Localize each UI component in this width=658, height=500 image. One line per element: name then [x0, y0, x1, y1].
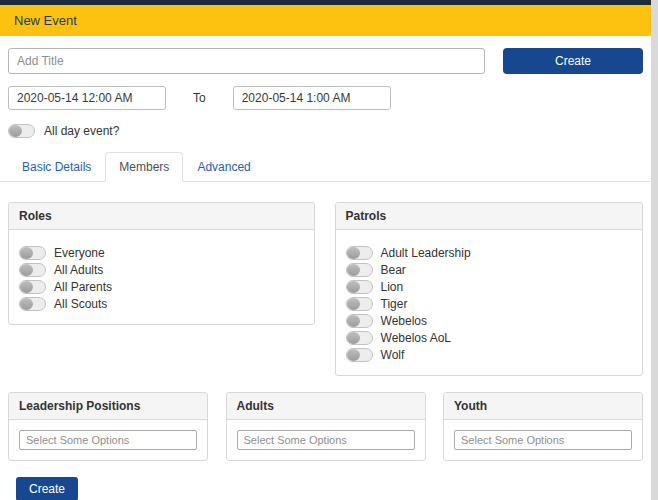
role-label: All Parents: [54, 280, 112, 294]
role-toggle-row[interactable]: All Parents: [19, 280, 304, 294]
patrols-panel: Patrols Adult Leadership: [335, 202, 643, 376]
roles-panel: Roles Everyone: [8, 202, 315, 325]
patrol-label: Lion: [381, 280, 404, 294]
select-panels-row: Leadership Positions Adults Youth: [8, 392, 643, 461]
leadership-positions-body: [9, 420, 207, 460]
toggle-switch[interactable]: [346, 246, 373, 260]
patrol-toggle-row[interactable]: Webelos: [346, 314, 632, 328]
patrol-label: Adult Leadership: [381, 246, 471, 260]
toggle-switch[interactable]: [346, 331, 373, 345]
patrol-toggle-row[interactable]: Wolf: [346, 348, 632, 362]
page-title: New Event: [14, 13, 77, 28]
title-row: Create: [0, 36, 651, 74]
patrol-toggle-row[interactable]: Lion: [346, 280, 632, 294]
roles-panel-title: Roles: [9, 203, 314, 230]
role-label: All Adults: [54, 263, 103, 277]
toggle-switch[interactable]: [19, 297, 46, 311]
all-day-label: All day event?: [44, 124, 119, 138]
adults-body: [227, 420, 425, 460]
toggle-knob-icon: [347, 349, 360, 361]
tab-basic-details[interactable]: Basic Details: [8, 152, 105, 182]
leadership-positions-select[interactable]: [19, 430, 197, 450]
youth-title: Youth: [444, 393, 642, 420]
toggle-switch[interactable]: [346, 297, 373, 311]
toggle-switch[interactable]: [19, 263, 46, 277]
create-button-bottom[interactable]: Create: [16, 477, 78, 500]
toggle-knob-icon: [20, 264, 33, 276]
patrol-label: Webelos: [381, 314, 427, 328]
patrol-label: Webelos AoL: [381, 331, 452, 345]
leadership-positions-title: Leadership Positions: [9, 393, 207, 420]
role-label: Everyone: [54, 246, 105, 260]
toggle-knob-icon: [20, 298, 33, 310]
toggle-switch[interactable]: [346, 263, 373, 277]
role-toggle-row[interactable]: Everyone: [19, 246, 304, 260]
toggle-knob-icon: [20, 247, 33, 259]
toggle-knob-icon: [20, 281, 33, 293]
patrols-list: Adult Leadership Bear: [336, 230, 642, 375]
toggle-switch[interactable]: [346, 280, 373, 294]
footer: Create: [8, 461, 643, 500]
tab-advanced[interactable]: Advanced: [183, 152, 264, 182]
youth-panel: Youth: [443, 392, 643, 461]
role-toggle-row[interactable]: All Adults: [19, 263, 304, 277]
members-tab-content: Roles Everyone: [0, 202, 651, 500]
toggle-knob-icon: [347, 315, 360, 327]
new-event-page: New Event Create To All day event? Basic…: [0, 0, 651, 500]
roles-list: Everyone All Adults: [9, 230, 314, 324]
adults-title: Adults: [227, 393, 425, 420]
app-header-bar: New Event: [0, 5, 651, 36]
patrol-toggle-row[interactable]: Tiger: [346, 297, 632, 311]
patrol-toggle-row[interactable]: Webelos AoL: [346, 331, 632, 345]
toggle-panels-row: Roles Everyone: [8, 202, 643, 376]
leadership-positions-panel: Leadership Positions: [8, 392, 208, 461]
all-day-row: All day event?: [0, 110, 651, 138]
toggle-switch[interactable]: [346, 314, 373, 328]
create-button-top[interactable]: Create: [503, 48, 643, 74]
adults-select[interactable]: [237, 430, 415, 450]
toggle-knob-icon: [347, 298, 360, 310]
youth-select[interactable]: [454, 430, 632, 450]
toggle-switch[interactable]: [19, 280, 46, 294]
all-day-toggle-switch[interactable]: [8, 124, 35, 138]
patrols-panel-title: Patrols: [336, 203, 642, 230]
toggle-knob-icon: [347, 264, 360, 276]
patrol-label: Tiger: [381, 297, 408, 311]
patrol-toggle-row[interactable]: Bear: [346, 263, 632, 277]
patrol-toggle-row[interactable]: Adult Leadership: [346, 246, 632, 260]
toggle-switch[interactable]: [19, 246, 46, 260]
youth-body: [444, 420, 642, 460]
tab-members[interactable]: Members: [105, 152, 183, 182]
tab-bar: Basic Details Members Advanced: [0, 152, 651, 182]
role-label: All Scouts: [54, 297, 107, 311]
adults-panel: Adults: [226, 392, 426, 461]
date-row: To: [0, 74, 651, 110]
end-datetime-input[interactable]: [233, 86, 391, 110]
toggle-knob-icon: [347, 281, 360, 293]
toggle-switch[interactable]: [346, 348, 373, 362]
role-toggle-row[interactable]: All Scouts: [19, 297, 304, 311]
start-datetime-input[interactable]: [8, 86, 166, 110]
event-title-input[interactable]: [8, 48, 485, 74]
toggle-knob-icon: [347, 332, 360, 344]
patrol-label: Wolf: [381, 348, 405, 362]
toggle-knob-icon: [9, 125, 22, 137]
patrol-label: Bear: [381, 263, 406, 277]
date-separator-label: To: [193, 91, 206, 105]
toggle-knob-icon: [347, 247, 360, 259]
